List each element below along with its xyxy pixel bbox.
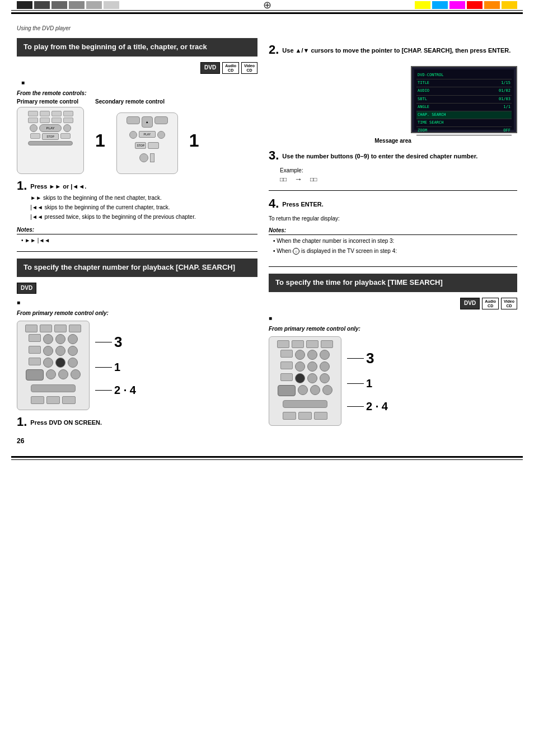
color-block-5 (86, 1, 102, 9)
sec-jog (139, 153, 148, 162)
step-row-3-time: 3 (347, 350, 388, 367)
example-input: □□ (280, 176, 287, 182)
kp-t-foot-3 (314, 412, 327, 420)
kp-t-num5 (307, 361, 317, 372)
kp-scroll (26, 369, 44, 381)
rbtn-5 (28, 118, 38, 123)
step-dash-1-time (347, 383, 364, 384)
stop-btn: STOP (42, 133, 59, 140)
no-symbol-icon: ○ (293, 248, 299, 255)
time-bullet: ■ (269, 315, 517, 321)
rbtn-8 (63, 118, 73, 123)
main-columns: To play from the beginning of a title, c… (17, 38, 517, 445)
secondary-remote-label: Secondary remote control (95, 98, 165, 105)
dvd-row-time-search: TIME SEARCH (416, 119, 512, 127)
dvd-row-4: ANGLE1/1 (416, 104, 512, 111)
badge-audio-cd-play: AudioCD (222, 62, 239, 74)
kp-t-num3 (320, 350, 330, 360)
sec-stop: STOP (135, 142, 146, 149)
rbtn-4 (63, 111, 73, 116)
step-1-sub1: ►► skips to the beginning of the next ch… (30, 194, 195, 202)
kp-btn-num5 (55, 346, 65, 356)
kp-btn-6 (29, 346, 41, 354)
step-labels-right-chap: 3 1 2 · 4 (95, 321, 136, 410)
step-2-text: Use ▲/▼ cursors to move the pointer to [… (282, 47, 510, 54)
sec-rbtn-2 (154, 116, 168, 124)
step-1-chap: 1. Press DVD ON SCREEN. (17, 416, 257, 428)
kp-btn-0 (46, 369, 56, 379)
step-dash-1 (95, 367, 112, 368)
primary-remote-img: PLAY STOP (17, 107, 84, 174)
step-num-24-time: 2 · 4 (366, 400, 388, 413)
step-2-content: Use ▲/▼ cursors to move the pointer to [… (282, 44, 510, 55)
page-content: Using the DVD player To play from the be… (0, 14, 534, 456)
dvd-row-2: AUDIO01/02 (416, 87, 512, 95)
sec-bar (150, 153, 154, 162)
step-1-content: Press ►► or |◄◄. ►► skips to the beginni… (30, 180, 195, 221)
color-block-r (467, 1, 483, 9)
sec-rbtn-1 (127, 116, 140, 124)
kp-t-btn-4 (321, 340, 333, 348)
separator-2 (269, 190, 517, 191)
step-row-3: 3 (95, 334, 136, 351)
from-remote-time: From primary remote control only: (269, 326, 517, 332)
kp-t-btn-1 (277, 340, 289, 348)
step-1: 1. Press ►► or |◄◄. ►► skips to the begi… (17, 180, 257, 221)
step-dash-3 (95, 342, 112, 342)
example-label: Example: (280, 167, 517, 173)
step-1-chap-num: 1. (17, 416, 27, 428)
badges-time: DVD AudioCD VideoCD (269, 298, 517, 309)
slider-area (28, 141, 73, 145)
sec-play: PLAY (139, 131, 156, 138)
kp-bottom-bar (31, 384, 76, 392)
kp-btn-num3 (68, 334, 78, 344)
left-column: To play from the beginning of a title, c… (17, 38, 257, 445)
color-block-3 (51, 1, 67, 9)
badges-play: DVD AudioCD VideoCD (17, 62, 257, 74)
dvd-row-chap-search: CHAP. SEARCH (416, 111, 512, 119)
step-dash-24 (95, 390, 112, 391)
kp-foot-1 (31, 396, 44, 404)
color-block-4 (69, 1, 85, 9)
badge-video-cd-time: VideoCD (501, 298, 517, 309)
color-block-6 (104, 1, 119, 9)
step-4-text: Press ENTER. (282, 201, 323, 208)
step-1-sub2: |◄◄ skips to the beginning of the curren… (30, 203, 195, 212)
kp-btn-2 (40, 325, 52, 332)
kp-btn-1 (25, 325, 38, 332)
kp-t-btn-clear (322, 385, 332, 395)
return-display-text: To return the regular display: (269, 215, 517, 222)
kp-btn-5 (29, 334, 41, 342)
step-1-chap-text: Press DVD ON SCREEN. (30, 419, 102, 426)
kp-foot-2 (46, 396, 60, 404)
color-block-m (449, 1, 465, 9)
kp-t-btn-5 (280, 350, 293, 358)
step-num-3: 3 (114, 334, 122, 351)
remotes-illustration: PLAY STOP 1 (17, 107, 257, 174)
note-right-2: When ○ is displayed in the TV screen in … (269, 247, 517, 255)
keypad-container-time: 3 1 2 · 4 (269, 336, 517, 426)
sec-round-1 (129, 131, 137, 139)
kp-t-foot-2 (298, 412, 312, 420)
kp-t-btn-3 (306, 340, 318, 348)
from-remote-chap: From primary remote control only: (17, 310, 257, 316)
step-2-num: 2. (269, 44, 279, 56)
top-bar-left (0, 0, 119, 10)
badge-audio-cd-time: AudioCD (482, 298, 499, 309)
notes-header-right: Notes: (269, 227, 517, 235)
rbtn-2 (40, 111, 50, 116)
rbtn-round-2 (63, 124, 71, 132)
badge-dvd-time: DVD (460, 298, 480, 309)
kp-btn-num8-highlight (55, 358, 65, 368)
step-num-3-time: 3 (366, 350, 374, 367)
page-subtitle: Using the DVD player (17, 25, 517, 31)
keypad-container: 3 1 2 · 4 (17, 321, 257, 410)
color-block-1 (17, 1, 32, 9)
step-label-1-right: 1 (189, 130, 199, 151)
notes-header-1: Notes: (17, 227, 257, 234)
step-1-sub3: |◄◄ pressed twice, skips to the beginnin… (30, 213, 195, 221)
play-area: PLAY (39, 124, 62, 132)
example-row: □□ → □□ (280, 175, 517, 184)
rbtn-6 (40, 118, 50, 123)
from-remote-label: From the remote controls: (17, 90, 257, 96)
